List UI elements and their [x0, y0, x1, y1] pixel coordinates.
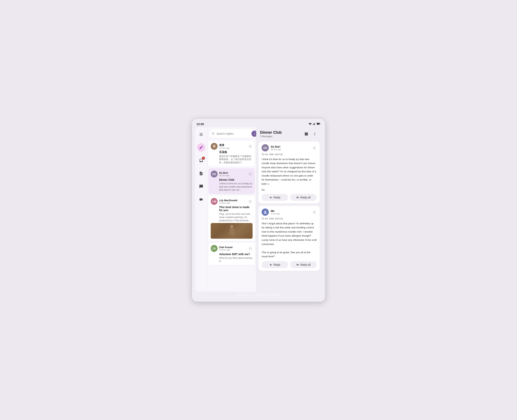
- star-button[interactable]: [248, 172, 252, 176]
- svg-rect-1: [314, 123, 314, 125]
- detail-count: 3 Messages: [260, 135, 282, 138]
- email-sender: 老强: [219, 143, 246, 147]
- star-button[interactable]: [248, 199, 252, 204]
- message-header: SD So Duri 20 min ago: [262, 144, 317, 151]
- inbox-badge: 4: [202, 157, 205, 160]
- sidebar-item-menu[interactable]: [197, 130, 205, 139]
- reply-all-button[interactable]: Reply all: [290, 261, 317, 268]
- list-item[interactable]: ZA Ziad Aouad 6 hours ago Volunteer EMT …: [208, 243, 255, 265]
- battery-icon: [317, 123, 320, 126]
- archive-button[interactable]: [303, 130, 310, 137]
- reply-all-label: Reply all: [300, 263, 311, 266]
- msg-time: 4 min ago: [271, 212, 310, 215]
- sidebar-item-compose[interactable]: [197, 143, 205, 152]
- detail-title: Dinner Club: [260, 130, 282, 135]
- wifi-icon: [309, 122, 312, 126]
- email-sender: So Duri: [219, 171, 246, 174]
- email-preview: I think it's time for us to finally try …: [219, 182, 252, 192]
- reply-button[interactable]: Reply: [262, 194, 288, 201]
- search-input[interactable]: [216, 132, 250, 135]
- avatar: SD: [211, 171, 218, 178]
- email-list: 老 老强 10 min ago 豆花鱼 最近忙吗？昨晚我去了你最爱的那家饭馆，点…: [207, 140, 256, 292]
- email-time: 20 min ago: [219, 174, 246, 177]
- svg-rect-6: [199, 133, 203, 134]
- message-actions: Reply Reply all: [262, 194, 317, 201]
- list-item[interactable]: SD So Duri 20 min ago Dinner Club I thin…: [208, 168, 255, 194]
- email-preview: What do you think about training to: [219, 256, 252, 263]
- reply-all-button[interactable]: Reply all: [290, 194, 317, 201]
- email-time: 2 hours ago: [219, 202, 246, 204]
- msg-sender: So Duri: [271, 145, 310, 148]
- app-container: 4: [195, 127, 322, 292]
- device-frame: 12:00: [192, 118, 325, 302]
- msg-recipients: To me, Ziad, and Lily: [262, 153, 317, 156]
- svg-point-9: [230, 225, 233, 228]
- svg-rect-2: [314, 123, 315, 125]
- avatar: ZA: [211, 245, 218, 252]
- email-image: [211, 223, 252, 239]
- more-options-button[interactable]: [311, 130, 318, 137]
- status-icons: [309, 122, 320, 126]
- message-card: SD So Duri 20 min ago To me, Ziad, and L…: [258, 142, 320, 203]
- email-subject: 豆花鱼: [219, 150, 252, 154]
- email-preview: Ping– you'd love this new food show I st…: [219, 212, 252, 222]
- list-item[interactable]: 老 老强 10 min ago 豆花鱼 最近忙吗？昨晚我去了你最爱的那家饭馆，点…: [208, 141, 255, 167]
- status-bar: 12:00: [195, 122, 322, 127]
- msg-body: Yes! I forgot about that place! I'm defi…: [262, 221, 317, 259]
- message-actions: Reply Reply all: [262, 261, 317, 268]
- svg-rect-7: [199, 134, 203, 135]
- email-subject: This food show is made for you: [219, 206, 252, 212]
- email-meta: So Duri 20 min ago: [219, 171, 246, 177]
- detail-panel: Dinner Club 3 Messages SD: [256, 127, 322, 292]
- email-sender: Lily MacDonald: [219, 199, 246, 202]
- avatar: LM: [211, 198, 218, 205]
- email-meta: Lily MacDonald 2 hours ago: [219, 199, 246, 204]
- reply-label: Reply: [273, 196, 281, 199]
- sidebar-item-chat[interactable]: [197, 182, 205, 191]
- email-subject: Volunteer EMT with me?: [219, 253, 252, 256]
- email-meta: Ziad Aouad 6 hours ago: [219, 246, 246, 251]
- email-meta: 老强 10 min ago: [219, 143, 246, 149]
- email-subject: Dinner Club: [219, 178, 252, 181]
- svg-rect-8: [199, 135, 203, 135]
- svg-rect-0: [313, 124, 313, 125]
- star-button[interactable]: [312, 210, 317, 214]
- avatar: 老: [211, 143, 218, 150]
- msg-meta: So Duri 20 min ago: [271, 145, 310, 150]
- email-time: 6 hours ago: [219, 249, 246, 251]
- message-card: Me 4 min ago To me, Ziad, and Lily Yes! …: [258, 206, 320, 271]
- reply-label: Reply: [273, 263, 281, 266]
- msg-meta: Me 4 min ago: [271, 210, 310, 215]
- star-button[interactable]: [248, 246, 252, 251]
- avatar: SD: [262, 144, 269, 151]
- msg-time: 20 min ago: [271, 148, 310, 150]
- signal-icon: [313, 122, 316, 126]
- email-preview: 最近忙吗？昨晚我去了你最爱的那家饭馆，点了他们的特色豆花鱼，吃着吃着就想你了。: [219, 155, 252, 164]
- msg-body: I think it's time for us to finally try …: [262, 157, 317, 186]
- detail-header: Dinner Club 3 Messages: [256, 127, 322, 140]
- msg-sign: So: [262, 188, 317, 191]
- sidebar-item-video[interactable]: [197, 195, 205, 204]
- list-panel: 老 老强 10 min ago 豆花鱼 最近忙吗？昨晚我去了你最爱的那家饭馆，点…: [207, 127, 256, 292]
- message-header: Me 4 min ago: [262, 209, 317, 216]
- sidebar-item-inbox[interactable]: 4: [197, 156, 205, 165]
- star-button[interactable]: [248, 144, 252, 149]
- list-item[interactable]: LM Lily MacDonald 2 hours ago This food …: [208, 196, 255, 241]
- reply-button[interactable]: Reply: [262, 261, 288, 268]
- search-bar[interactable]: [209, 129, 254, 138]
- status-time: 12:00: [197, 122, 204, 126]
- sidebar: 4: [195, 127, 207, 292]
- watermark: 快传号/人人都是产品经理: [195, 292, 322, 299]
- messages-list: SD So Duri 20 min ago To me, Ziad, and L…: [256, 140, 322, 292]
- svg-rect-3: [315, 122, 315, 125]
- avatar: [262, 209, 269, 216]
- search-icon: [211, 132, 215, 135]
- msg-recipients: To me, Ziad, and Lily: [262, 217, 317, 220]
- reply-all-label: Reply all: [300, 196, 311, 199]
- svg-rect-5: [317, 123, 319, 124]
- email-time: 10 min ago: [219, 147, 246, 149]
- msg-sender: Me: [271, 210, 310, 212]
- sidebar-item-documents[interactable]: [197, 169, 205, 178]
- detail-actions: [303, 130, 318, 137]
- star-button[interactable]: [312, 146, 317, 150]
